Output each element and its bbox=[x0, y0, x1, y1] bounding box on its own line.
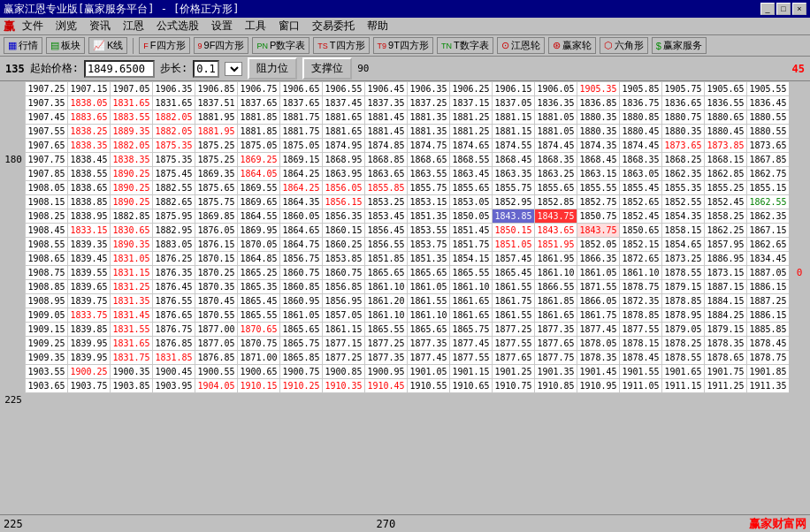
table-cell[interactable]: 1881.85 bbox=[238, 125, 280, 139]
table-cell[interactable]: 1837.05 bbox=[493, 96, 535, 110]
table-cell[interactable]: 1880.45 bbox=[705, 125, 747, 139]
table-cell[interactable]: 1857.05 bbox=[323, 308, 365, 323]
table-cell[interactable]: 1910.95 bbox=[577, 379, 620, 393]
table-cell[interactable]: 1836.75 bbox=[620, 96, 662, 110]
table-cell[interactable]: 1906.45 bbox=[365, 82, 408, 96]
table-cell[interactable]: 1850.75 bbox=[577, 209, 620, 224]
table-cell[interactable]: 1838.25 bbox=[68, 125, 111, 139]
table-cell[interactable]: 1861.55 bbox=[408, 294, 450, 308]
table-cell[interactable]: 1871.55 bbox=[577, 280, 620, 294]
table-cell[interactable]: 1861.10 bbox=[365, 308, 408, 323]
table-cell[interactable]: 1900.25 bbox=[68, 365, 111, 379]
table-cell[interactable]: 1861.10 bbox=[620, 266, 662, 280]
table-cell[interactable]: 1878.35 bbox=[705, 337, 747, 351]
table-cell[interactable]: 1831.75 bbox=[111, 351, 153, 365]
table-cell[interactable]: 1885.85 bbox=[747, 323, 790, 337]
table-cell[interactable]: 1881.15 bbox=[493, 110, 535, 125]
table-cell[interactable]: 1872.65 bbox=[620, 252, 662, 266]
table-cell[interactable]: 1900.95 bbox=[365, 365, 408, 379]
table-cell[interactable]: 1839.95 bbox=[68, 337, 111, 351]
table-cell[interactable]: 1855.45 bbox=[620, 181, 662, 195]
table-cell[interactable]: 1873.65 bbox=[662, 139, 705, 153]
table-cell[interactable]: 1856.05 bbox=[323, 181, 365, 195]
table-cell[interactable]: 1864.65 bbox=[280, 224, 323, 238]
table-cell[interactable]: 1881.45 bbox=[365, 110, 408, 125]
table-cell[interactable]: 1881.75 bbox=[280, 125, 323, 139]
table-cell[interactable]: 1910.75 bbox=[493, 379, 535, 393]
table-cell[interactable]: 1865.85 bbox=[280, 351, 323, 365]
table-cell[interactable]: 1910.55 bbox=[408, 379, 450, 393]
table-cell[interactable]: 1855.25 bbox=[705, 181, 747, 195]
table-cell[interactable]: 1861.10 bbox=[535, 266, 577, 280]
table-cell[interactable]: 1868.15 bbox=[705, 153, 747, 167]
table-cell[interactable]: 1869.25 bbox=[238, 153, 280, 167]
table-cell[interactable]: 1882.95 bbox=[153, 224, 195, 238]
table-cell[interactable]: 1864.55 bbox=[238, 209, 280, 224]
table-cell[interactable]: 1851.95 bbox=[535, 238, 577, 252]
table-cell[interactable]: 1862.65 bbox=[747, 238, 790, 252]
table-cell[interactable]: 1906.65 bbox=[280, 82, 323, 96]
table-cell[interactable]: 1861.10 bbox=[450, 280, 493, 294]
table-cell[interactable]: 1908.15 bbox=[26, 195, 68, 209]
table-cell[interactable]: 1865.65 bbox=[280, 323, 323, 337]
table-cell[interactable]: 1908.45 bbox=[26, 224, 68, 238]
table-cell[interactable]: 1831.45 bbox=[111, 308, 153, 323]
menu-jingen[interactable]: 江恩 bbox=[118, 18, 149, 34]
table-cell[interactable]: 1908.25 bbox=[26, 209, 68, 224]
table-cell[interactable]: 1874.95 bbox=[323, 139, 365, 153]
table-cell[interactable]: 1831.55 bbox=[111, 323, 153, 337]
table-cell[interactable]: 1907.85 bbox=[26, 167, 68, 181]
table-cell[interactable]: 1866.05 bbox=[577, 294, 620, 308]
table-cell[interactable]: 1901.55 bbox=[620, 365, 662, 379]
table-cell[interactable]: 1862.55 bbox=[747, 195, 790, 209]
table-cell[interactable]: 1890.25 bbox=[111, 181, 153, 195]
table-cell[interactable]: 1905.65 bbox=[705, 82, 747, 96]
menu-formula[interactable]: 公式选股 bbox=[151, 18, 204, 34]
table-cell[interactable]: 1865.65 bbox=[408, 323, 450, 337]
table-cell[interactable]: 1863.05 bbox=[620, 167, 662, 181]
table-cell[interactable]: 1868.45 bbox=[577, 153, 620, 167]
table-cell[interactable]: 1877.65 bbox=[493, 351, 535, 365]
table-cell[interactable]: 1867.15 bbox=[747, 224, 790, 238]
table-cell[interactable]: 1837.25 bbox=[408, 96, 450, 110]
table-cell[interactable]: 1876.25 bbox=[153, 252, 195, 266]
table-cell[interactable]: 1854.15 bbox=[450, 252, 493, 266]
table-cell[interactable]: 1866.35 bbox=[577, 252, 620, 266]
table-cell[interactable]: 1878.35 bbox=[577, 351, 620, 365]
toolbar-tnum-btn[interactable]: TN T数字表 bbox=[437, 37, 493, 54]
table-cell[interactable]: 1886.15 bbox=[747, 308, 790, 323]
table-cell[interactable]: 1909.05 bbox=[26, 308, 68, 323]
table-cell[interactable]: 1877.45 bbox=[450, 337, 493, 351]
table-cell[interactable]: 1854.35 bbox=[662, 209, 705, 224]
table-cell[interactable]: 1833.75 bbox=[68, 308, 111, 323]
table-cell[interactable]: 1880.35 bbox=[577, 110, 620, 125]
table-cell[interactable]: 1877.55 bbox=[620, 323, 662, 337]
table-cell[interactable]: 1886.95 bbox=[705, 252, 747, 266]
table-cell[interactable]: 1883.65 bbox=[68, 110, 111, 125]
table-cell[interactable]: 1875.45 bbox=[153, 167, 195, 181]
table-cell[interactable]: 1865.55 bbox=[365, 323, 408, 337]
table-cell[interactable]: 1837.51 bbox=[195, 96, 238, 110]
window-controls[interactable]: _ □ × bbox=[760, 3, 806, 15]
table-cell[interactable]: 1855.65 bbox=[450, 181, 493, 195]
table-cell[interactable]: 1850.65 bbox=[620, 224, 662, 238]
table-cell[interactable]: 1881.65 bbox=[323, 125, 365, 139]
table-cell[interactable]: 1904.05 bbox=[195, 379, 238, 393]
table-cell[interactable]: 1854.65 bbox=[662, 238, 705, 252]
table-cell[interactable]: 1905.35 bbox=[577, 82, 620, 96]
table-cell[interactable]: 1911.05 bbox=[620, 379, 662, 393]
menu-win-icon[interactable]: 赢 bbox=[4, 19, 15, 34]
table-cell[interactable]: 1860.15 bbox=[323, 224, 365, 238]
resist-btn[interactable]: 阻力位 bbox=[248, 57, 297, 80]
table-cell[interactable]: 1881.85 bbox=[238, 110, 280, 125]
table-cell[interactable]: 1910.15 bbox=[238, 379, 280, 393]
table-cell[interactable]: 1907.75 bbox=[26, 153, 68, 167]
table-cell[interactable]: 1875.25 bbox=[195, 139, 238, 153]
table-cell[interactable]: 1907.55 bbox=[26, 125, 68, 139]
table-cell[interactable]: 1857.45 bbox=[493, 252, 535, 266]
table-cell[interactable]: 1861.10 bbox=[365, 280, 408, 294]
table-cell[interactable]: 1855.15 bbox=[747, 181, 790, 195]
table-cell[interactable]: 1834.45 bbox=[747, 252, 790, 266]
table-cell[interactable]: 1900.75 bbox=[280, 365, 323, 379]
table-cell[interactable]: 1864.85 bbox=[238, 252, 280, 266]
